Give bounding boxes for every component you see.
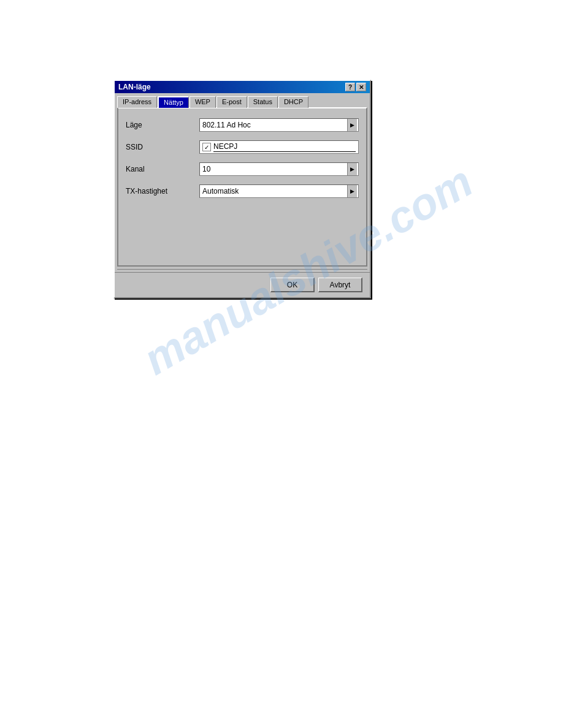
form-row-tx-hastighet: TX-hastighet Automatisk ▶ <box>126 184 359 198</box>
dropdown-tx-hastighet-arrow: ▶ <box>347 185 357 197</box>
help-button[interactable]: ? <box>345 83 355 91</box>
tabs-row: IP-adress Nättyp WEP E-post Status DHCP <box>115 93 370 107</box>
dialog-title: LAN-läge <box>118 83 151 91</box>
dropdown-lage[interactable]: 802.11 Ad Hoc ▶ <box>199 118 359 132</box>
label-ssid: SSID <box>126 143 199 151</box>
form-row-kanal: Kanal 10 ▶ <box>126 162 359 176</box>
separator <box>117 269 367 270</box>
tab-wep[interactable]: WEP <box>190 96 216 108</box>
ssid-checkbox[interactable]: ✓ <box>202 143 211 151</box>
title-bar: LAN-läge ? ✕ <box>115 81 370 93</box>
label-tx-hastighet: TX-hastighet <box>126 187 199 195</box>
ok-button[interactable]: OK <box>270 278 315 292</box>
dropdown-tx-hastighet[interactable]: Automatisk ▶ <box>199 184 359 198</box>
tab-content: Läge 802.11 Ad Hoc ▶ SSID ✓ NECPJ Kanal … <box>117 107 367 267</box>
ssid-field[interactable]: ✓ NECPJ <box>199 140 359 154</box>
title-bar-buttons: ? ✕ <box>345 83 366 91</box>
ssid-value: NECPJ <box>213 142 356 152</box>
dropdown-kanal-arrow: ▶ <box>347 163 357 175</box>
form-row-lage: Läge 802.11 Ad Hoc ▶ <box>126 118 359 132</box>
dropdown-kanal[interactable]: 10 ▶ <box>199 162 359 176</box>
dropdown-kanal-value: 10 <box>202 165 210 173</box>
tab-nattyp[interactable]: Nättyp <box>158 96 189 108</box>
dropdown-tx-hastighet-value: Automatisk <box>202 187 239 195</box>
tab-e-post[interactable]: E-post <box>216 96 247 108</box>
dropdown-lage-arrow: ▶ <box>347 119 357 131</box>
form-row-ssid: SSID ✓ NECPJ <box>126 140 359 154</box>
dropdown-lage-value: 802.11 Ad Hoc <box>202 121 251 129</box>
tab-dhcp[interactable]: DHCP <box>278 96 308 108</box>
tab-status[interactable]: Status <box>248 96 278 108</box>
dialog-bottom: OK Avbryt <box>115 272 370 297</box>
label-kanal: Kanal <box>126 165 199 173</box>
close-button[interactable]: ✕ <box>356 83 366 91</box>
tab-ip-adress[interactable]: IP-adress <box>117 96 157 108</box>
cancel-button[interactable]: Avbryt <box>318 278 362 292</box>
label-lage: Läge <box>126 121 199 129</box>
dialog-window: LAN-läge ? ✕ IP-adress Nättyp WEP E-post… <box>113 80 371 298</box>
